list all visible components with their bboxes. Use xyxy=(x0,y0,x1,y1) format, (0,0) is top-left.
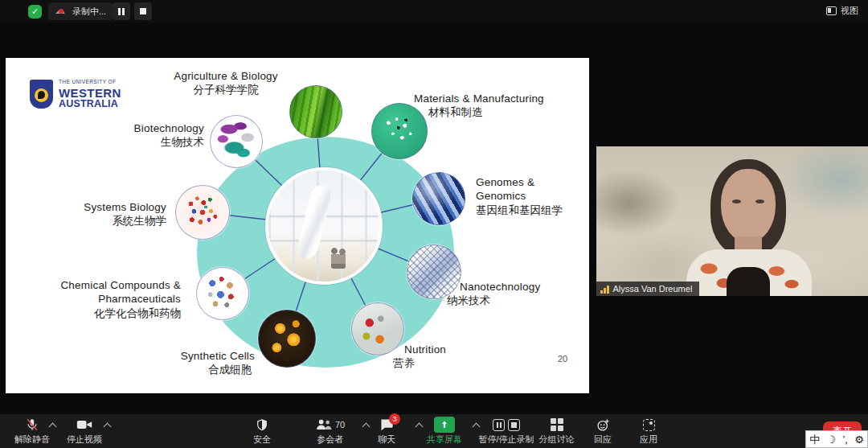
unmute-button[interactable]: 解除静音 xyxy=(14,417,50,446)
label-systems-biology: Systems Biology系统生物学 xyxy=(38,200,166,228)
stop-video-button[interactable]: 停止视频 xyxy=(67,417,102,446)
view-label: 视图 xyxy=(841,5,858,17)
participant-name: Alyssa Van Dreumel xyxy=(613,284,693,294)
pause-stop-recording-icon xyxy=(493,417,520,432)
participant-video-tile[interactable]: Alyssa Van Dreumel xyxy=(596,146,868,296)
share-screen-icon xyxy=(434,417,455,433)
ime-settings-gear-icon[interactable]: ⚙ xyxy=(854,434,864,445)
video-options-chevron[interactable] xyxy=(104,422,110,428)
label-synthetic-cells: Synthetic Cells合成细胞 xyxy=(126,349,255,377)
label-chemical: Chemical Compounds & Pharmaceuticals化学化合… xyxy=(20,278,181,320)
cloud-recording-icon: ☁ xyxy=(55,6,68,16)
stop-recording-button[interactable] xyxy=(134,2,152,20)
participants-options-chevron[interactable] xyxy=(363,422,369,428)
participants-icon: 70 xyxy=(315,417,345,432)
label-nanotechnology: Nanotechnology纳米技术 xyxy=(447,280,575,308)
microphone-muted-icon xyxy=(25,417,39,432)
view-button[interactable]: 视图 xyxy=(826,5,858,17)
audio-signal-icon xyxy=(600,285,609,294)
node-circle-synthetic-cells xyxy=(258,310,316,368)
mute-options-chevron[interactable] xyxy=(50,422,55,428)
label-materials: Materials & Manufacturing材料和制造 xyxy=(414,92,587,120)
ime-fullwidth-moon-icon[interactable]: ☽ xyxy=(826,434,836,445)
pause-stop-recording-button[interactable]: 暂停/停止录制 xyxy=(470,417,542,446)
shield-icon xyxy=(256,417,268,432)
breakout-grid-icon xyxy=(551,417,563,432)
label-genomes: Genomes & Genomics基因组和基因组学 xyxy=(476,175,572,217)
chat-options-chevron[interactable] xyxy=(416,422,422,428)
pause-recording-button[interactable] xyxy=(113,2,130,20)
camera-icon xyxy=(76,417,92,432)
view-layout-icon xyxy=(826,6,837,15)
participants-button[interactable]: 70 参会者 xyxy=(315,417,345,446)
security-button[interactable]: 安全 xyxy=(253,417,271,446)
chat-bubble-icon: 3 xyxy=(379,417,394,432)
node-circle-systems-biology xyxy=(175,185,230,240)
reactions-button[interactable]: 回应 xyxy=(587,417,619,446)
ime-punctuation-icon[interactable]: ’, xyxy=(842,434,848,445)
breakout-rooms-button[interactable]: 分组讨论 xyxy=(534,417,579,446)
apps-icon xyxy=(643,417,655,432)
recording-indicator: ☁ 录制中... xyxy=(48,2,113,20)
shared-screen-slide: THE UNIVERSITY OF WESTERN AUSTRALIA Agri… xyxy=(6,58,589,393)
meeting-toolbar: 解除静音 停止视频 安全 70 xyxy=(0,414,868,448)
node-circle-biotechnology xyxy=(210,115,263,168)
center-building-photo-circle xyxy=(265,167,383,285)
chat-unread-badge: 3 xyxy=(389,413,400,425)
chat-button[interactable]: 3 聊天 xyxy=(378,417,395,446)
ime-language-bar[interactable]: 中 ☽ ’, ⚙ xyxy=(805,430,868,448)
ime-chinese-mode[interactable]: 中 xyxy=(809,434,820,445)
apps-button[interactable]: 应用 xyxy=(633,417,665,446)
share-screen-button[interactable]: 共享屏幕 xyxy=(427,417,462,446)
label-agriculture: Agriculture & Biology分子科学学院 xyxy=(141,69,311,97)
participant-name-tag: Alyssa Van Dreumel xyxy=(596,282,699,296)
participants-count: 70 xyxy=(335,420,345,430)
node-circle-chemical xyxy=(196,267,249,320)
slide-page-number: 20 xyxy=(551,354,575,364)
encryption-shield-icon: ✓ xyxy=(28,5,42,18)
label-nutrition: Nutrition营养 xyxy=(393,343,481,371)
recording-label: 录制中... xyxy=(72,6,106,18)
meeting-topbar: ✓ ☁ 录制中... 视图 xyxy=(0,0,868,23)
label-biotechnology: Biotechnology生物技术 xyxy=(76,121,204,150)
node-circle-genomes xyxy=(412,172,465,225)
smiley-reactions-icon xyxy=(596,417,610,432)
